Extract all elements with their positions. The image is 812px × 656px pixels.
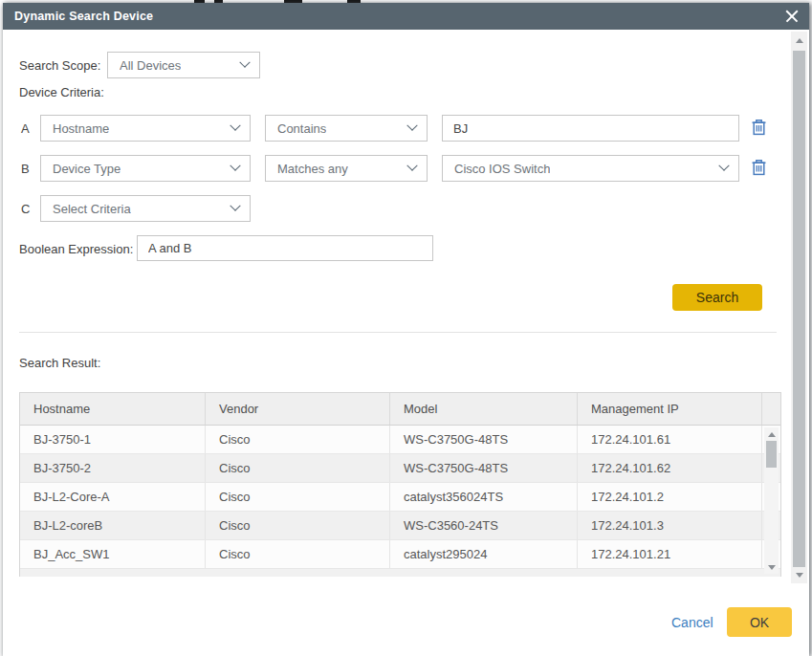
scroll-up-icon[interactable]	[764, 427, 779, 441]
boolean-expression-input[interactable]	[137, 235, 433, 261]
cell-hostname: BJ-3750-1	[20, 426, 206, 453]
table-row-partial	[20, 569, 780, 577]
cell-model: WS-C3750G-48TS	[390, 426, 578, 453]
criteria-c-field-select[interactable]: Select Criteria	[40, 195, 251, 222]
chevron-down-icon	[406, 120, 417, 131]
cell-hostname: BJ-3750-2	[20, 454, 206, 482]
chevron-down-icon	[239, 57, 250, 68]
chevron-down-icon	[230, 120, 240, 131]
table-row[interactable]: BJ-3750-1 Cisco WS-C3750G-48TS 172.24.10…	[20, 426, 780, 454]
search-button[interactable]: Search	[672, 284, 762, 311]
device-criteria-label: Device Criteria:	[19, 85, 104, 99]
cell-vendor: Cisco	[206, 483, 390, 511]
dialog-scrollbar[interactable]	[791, 32, 807, 583]
search-scope-label: Search Scope:	[19, 58, 100, 73]
criteria-row-letter: A	[21, 121, 30, 136]
cell-management-ip: 172.24.101.61	[578, 426, 762, 453]
criteria-b-value: Cisco IOS Switch	[454, 162, 550, 176]
scroll-up-icon[interactable]	[791, 33, 807, 47]
chevron-down-icon	[230, 201, 240, 211]
column-header-management-ip[interactable]: Management IP	[578, 393, 762, 425]
search-result-table: Hostname Vendor Model Management IP BJ-3…	[19, 392, 781, 577]
table-scrollbar[interactable]	[764, 427, 779, 574]
scroll-down-icon[interactable]	[764, 560, 779, 574]
table-scrollbar-thumb[interactable]	[766, 441, 777, 468]
chevron-down-icon	[718, 161, 729, 171]
column-header-vendor[interactable]: Vendor	[206, 393, 390, 425]
dialog-title: Dynamic Search Device	[14, 10, 153, 23]
cell-model: catalyst295024	[390, 540, 578, 568]
cell-model: WS-C3750G-48TS	[390, 454, 578, 482]
section-divider	[19, 332, 777, 333]
cell-hostname: BJ-L2-Core-A	[20, 483, 206, 511]
column-header-model[interactable]: Model	[390, 393, 578, 425]
criteria-a-field-select[interactable]: Hostname	[40, 115, 251, 142]
criteria-c-field-value: Select Criteria	[53, 202, 131, 216]
cell-vendor: Cisco	[206, 540, 390, 568]
criteria-row-letter: C	[21, 202, 30, 216]
dialog-scrollbar-thumb[interactable]	[793, 51, 805, 567]
cancel-button[interactable]: Cancel	[671, 615, 713, 630]
cell-hostname: BJ-L2-coreB	[20, 512, 206, 539]
criteria-a-operator-select[interactable]: Contains	[265, 115, 428, 142]
criteria-b-field-select[interactable]: Device Type	[40, 155, 251, 182]
table-row[interactable]: BJ-L2-coreB Cisco WS-C3560-24TS 172.24.1…	[20, 512, 780, 540]
chevron-down-icon	[406, 161, 417, 171]
cell-vendor: Cisco	[206, 512, 390, 539]
search-scope-value: All Devices	[120, 58, 181, 73]
trash-icon[interactable]	[751, 159, 767, 176]
table-row[interactable]: BJ-L2-Core-A Cisco catalyst356024TS 172.…	[20, 483, 780, 512]
table-row[interactable]: BJ_Acc_SW1 Cisco catalyst295024 172.24.1…	[20, 540, 780, 569]
criteria-b-operator-value: Matches any	[277, 162, 348, 176]
column-header-filler	[762, 393, 780, 425]
close-icon[interactable]	[785, 10, 799, 23]
criteria-a-operator-value: Contains	[277, 121, 326, 136]
column-header-hostname[interactable]: Hostname	[20, 393, 206, 425]
criteria-b-value-select[interactable]: Cisco IOS Switch	[442, 155, 739, 182]
chevron-down-icon	[230, 161, 240, 171]
cell-management-ip: 172.24.101.3	[578, 512, 762, 539]
boolean-expression-label: Boolean Expression:	[19, 242, 133, 256]
table-row[interactable]: BJ-3750-2 Cisco WS-C3750G-48TS 172.24.10…	[20, 454, 780, 483]
table-body: BJ-3750-1 Cisco WS-C3750G-48TS 172.24.10…	[20, 426, 780, 577]
criteria-a-value-input[interactable]	[442, 115, 739, 142]
cell-management-ip: 172.24.101.2	[578, 483, 762, 511]
dynamic-search-device-dialog: Dynamic Search Device Search Scope: All …	[3, 3, 809, 656]
cell-management-ip: 172.24.101.21	[578, 540, 762, 568]
search-scope-select[interactable]: All Devices	[107, 52, 260, 78]
scroll-down-icon[interactable]	[791, 568, 807, 581]
dialog-header: Dynamic Search Device	[3, 3, 809, 30]
cell-vendor: Cisco	[206, 426, 390, 453]
cell-vendor: Cisco	[206, 454, 390, 482]
cell-model: WS-C3560-24TS	[390, 512, 578, 539]
trash-icon[interactable]	[751, 119, 767, 136]
criteria-row-letter: B	[21, 162, 30, 176]
cell-hostname: BJ_Acc_SW1	[20, 540, 206, 568]
criteria-b-field-value: Device Type	[53, 162, 121, 176]
criteria-b-operator-select[interactable]: Matches any	[265, 155, 428, 182]
search-result-label: Search Result:	[19, 356, 100, 370]
ok-button[interactable]: OK	[727, 607, 792, 637]
criteria-a-field-value: Hostname	[53, 121, 109, 136]
cell-model: catalyst356024TS	[390, 483, 578, 511]
cell-management-ip: 172.24.101.62	[578, 454, 762, 482]
table-header-row: Hostname Vendor Model Management IP	[20, 393, 780, 426]
